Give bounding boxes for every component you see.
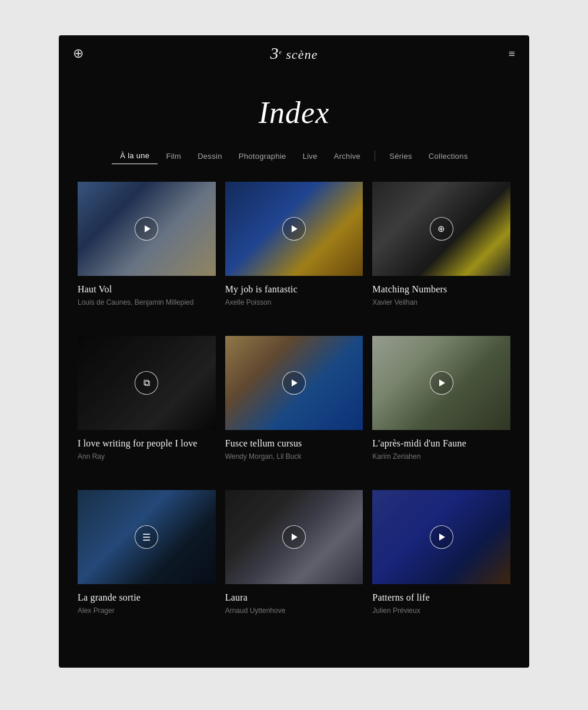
app-container: ⊕ 3e scène ≡ Index À la une Film Dessin …	[59, 35, 529, 668]
nav-item-live[interactable]: Live	[295, 148, 326, 164]
nav-item-photographie[interactable]: Photographie	[230, 148, 295, 164]
card-6-thumb	[372, 336, 510, 430]
play-triangle-icon	[292, 534, 298, 541]
card-8-author: Arnaud Uyttenhove	[225, 606, 363, 615]
card-5-title: Fusce tellum cursus	[225, 438, 363, 449]
logo-center[interactable]: 3e scène	[270, 44, 318, 63]
play-triangle-icon	[292, 225, 298, 232]
card-4-thumb: ⧉	[78, 336, 216, 430]
card-3[interactable]: ⊕ Matching Numbers Xavier Veilhan	[368, 182, 515, 336]
card-3-author: Xavier Veilhan	[372, 298, 510, 306]
play-triangle-icon	[145, 225, 151, 232]
card-4-title: I love writing for people I love	[78, 438, 216, 449]
card-2-author: Axelle Poisson	[225, 298, 363, 306]
content-grid: Haut Vol Louis de Caunes, Benjamin Mille…	[59, 182, 529, 644]
copy-icon: ⧉	[143, 378, 150, 388]
card-8-thumb	[225, 490, 363, 584]
card-1-title: Haut Vol	[78, 284, 216, 295]
card-3-title: Matching Numbers	[372, 284, 510, 295]
play-triangle-icon	[439, 379, 445, 386]
card-5-play-btn[interactable]	[282, 371, 306, 395]
nav-item-archive[interactable]: Archive	[326, 148, 369, 164]
card-6[interactable]: L'après-midi d'un Faune Karim Zeriahen	[368, 336, 515, 490]
card-9[interactable]: Patterns of life Julien Prévieux	[368, 490, 515, 644]
card-6-author: Karim Zeriahen	[372, 452, 510, 461]
card-8-play-btn[interactable]	[282, 525, 306, 549]
nav-item-collections[interactable]: Collections	[420, 148, 476, 164]
card-4[interactable]: ⧉ I love writing for people I love Ann R…	[73, 336, 220, 490]
card-6-play-btn[interactable]	[430, 371, 453, 395]
card-7-author: Alex Prager	[78, 606, 216, 615]
page-title: Index	[59, 72, 529, 148]
card-8-title: Laura	[225, 592, 363, 603]
card-3-thumb: ⊕	[372, 182, 510, 276]
card-5[interactable]: Fusce tellum cursus Wendy Morgan, Lil Bu…	[220, 336, 368, 490]
list-icon: ☰	[142, 532, 151, 543]
card-7-title: La grande sortie	[78, 592, 216, 603]
card-5-author: Wendy Morgan, Lil Buck	[225, 452, 363, 461]
card-3-icon-btn[interactable]: ⊕	[430, 217, 453, 241]
card-1[interactable]: Haut Vol Louis de Caunes, Benjamin Mille…	[73, 182, 220, 336]
nav-item-a-la-une[interactable]: À la une	[112, 148, 158, 164]
card-4-author: Ann Ray	[78, 452, 216, 461]
card-2[interactable]: My job is fantastic Axelle Poisson	[220, 182, 368, 336]
card-7[interactable]: ☰ La grande sortie Alex Prager	[73, 490, 220, 644]
nav-item-series[interactable]: Séries	[381, 148, 420, 164]
main-nav: À la une Film Dessin Photographie Live A…	[59, 148, 529, 182]
card-9-title: Patterns of life	[372, 592, 510, 603]
card-1-author: Louis de Caunes, Benjamin Millepied	[78, 298, 216, 306]
card-9-author: Julien Prévieux	[372, 606, 510, 615]
play-triangle-icon	[439, 534, 445, 541]
card-2-play-btn[interactable]	[282, 217, 306, 241]
card-2-thumb	[225, 182, 363, 276]
nav-divider	[375, 151, 375, 161]
card-2-title: My job is fantastic	[225, 284, 363, 295]
logo-left-icon[interactable]: ⊕	[73, 46, 83, 61]
header: ⊕ 3e scène ≡	[59, 35, 529, 72]
card-6-title: L'après-midi d'un Faune	[372, 438, 510, 449]
card-1-thumb	[78, 182, 216, 276]
card-7-thumb: ☰	[78, 490, 216, 584]
menu-icon[interactable]: ≡	[509, 47, 515, 61]
nav-item-film[interactable]: Film	[158, 148, 189, 164]
card-8[interactable]: Laura Arnaud Uyttenhove	[220, 490, 368, 644]
card-9-thumb	[372, 490, 510, 584]
nav-item-dessin[interactable]: Dessin	[189, 148, 230, 164]
play-triangle-icon	[292, 379, 298, 386]
card-9-play-btn[interactable]	[430, 525, 453, 549]
card-5-thumb	[225, 336, 363, 430]
